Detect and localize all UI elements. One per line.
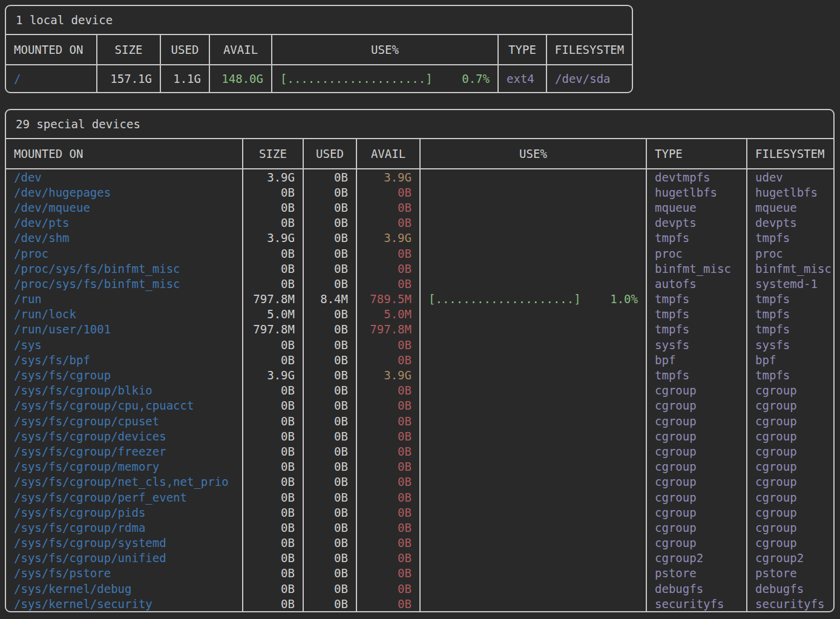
cell-avail: 0B	[356, 551, 419, 566]
cell-mounted-on: /sys/fs/cgroup	[6, 367, 242, 382]
cell-use-percent	[419, 459, 646, 474]
cell-use-percent	[419, 535, 646, 551]
cell-used: 0B	[303, 337, 356, 352]
cell-filesystem: cgroup	[746, 520, 833, 535]
cell-type: ext4	[497, 65, 546, 92]
cell-filesystem: proc	[746, 246, 833, 261]
cell-type: cgroup	[646, 459, 746, 474]
table-row: /proc/sys/fs/binfmt_misc 0B 0B 0B binfmt…	[6, 261, 833, 276]
cell-filesystem: pstore	[746, 566, 833, 581]
cell-type: mqueue	[646, 200, 746, 215]
cell-use-percent	[419, 474, 646, 490]
cell-use-percent	[419, 505, 646, 520]
cell-use-percent	[419, 231, 646, 246]
cell-used: 0B	[303, 276, 356, 291]
cell-use-percent	[419, 551, 646, 566]
cell-use-percent	[419, 169, 646, 185]
cell-size: 0B	[242, 459, 303, 474]
cell-avail: 0B	[356, 596, 419, 611]
cell-filesystem: tmpfs	[746, 367, 833, 382]
cell-filesystem: binfmt_misc	[746, 261, 833, 276]
cell-avail: 0B	[356, 352, 419, 367]
cell-type: cgroup2	[646, 551, 746, 566]
cell-use-percent	[419, 398, 646, 413]
cell-use-percent: [....................] 0.7%	[271, 65, 497, 92]
cell-use-percent	[419, 337, 646, 352]
cell-mounted-on: /sys/fs/bpf	[6, 352, 242, 367]
cell-use-percent	[419, 520, 646, 535]
cell-used: 0B	[303, 596, 356, 611]
table-row: /sys/fs/cgroup/rdma 0B 0B 0B cgroup cgro…	[6, 520, 833, 535]
cell-mounted-on: /dev/pts	[6, 215, 242, 231]
cell-mounted-on: /sys/fs/cgroup/net_cls,net_prio	[6, 474, 242, 490]
header-size: SIZE	[96, 35, 160, 64]
cell-used: 0B	[303, 413, 356, 428]
table-row: /sys/kernel/security 0B 0B 0B securityfs…	[6, 596, 833, 611]
cell-avail: 3.9G	[356, 367, 419, 382]
cell-avail: 0B	[356, 185, 419, 200]
cell-filesystem: devpts	[746, 215, 833, 231]
cell-filesystem: cgroup	[746, 459, 833, 474]
cell-avail: 148.0G	[209, 65, 271, 92]
cell-used: 0B	[303, 459, 356, 474]
cell-avail: 3.9G	[356, 231, 419, 246]
cell-used: 0B	[303, 566, 356, 581]
cell-used: 0B	[303, 261, 356, 276]
cell-mounted-on: /dev/mqueue	[6, 200, 242, 215]
cell-mounted-on: /dev/shm	[6, 231, 242, 246]
header-mounted-on: MOUNTED ON	[6, 35, 96, 64]
cell-avail: 0B	[356, 246, 419, 261]
cell-used: 0B	[303, 444, 356, 459]
table-row: /sys/fs/cgroup/blkio 0B 0B 0B cgroup cgr…	[6, 383, 833, 398]
cell-use-percent	[419, 322, 646, 337]
cell-filesystem: cgroup	[746, 444, 833, 459]
cell-size: 0B	[242, 520, 303, 535]
cell-size: 0B	[242, 474, 303, 490]
cell-use-percent	[419, 246, 646, 261]
cell-size: 0B	[242, 490, 303, 505]
cell-avail: 0B	[356, 428, 419, 444]
cell-avail: 0B	[356, 459, 419, 474]
cell-used: 0B	[303, 581, 356, 596]
table-row: /sys/fs/cgroup/pids 0B 0B 0B cgroup cgro…	[6, 505, 833, 520]
cell-filesystem: /dev/sda	[546, 65, 632, 92]
cell-size: 3.9G	[242, 231, 303, 246]
table-row: /sys/fs/cgroup/cpuset 0B 0B 0B cgroup cg…	[6, 413, 833, 428]
cell-filesystem: sysfs	[746, 337, 833, 352]
cell-size: 0B	[242, 276, 303, 291]
cell-type: cgroup	[646, 505, 746, 520]
cell-avail: 797.8M	[356, 322, 419, 337]
usage-bar: [....................]	[428, 292, 581, 306]
cell-size: 5.0M	[242, 307, 303, 322]
cell-mounted-on: /dev/hugepages	[6, 185, 242, 200]
special-devices-rows: /dev 3.9G 0B 3.9G devtmpfs udev /dev/hug…	[6, 169, 833, 611]
cell-filesystem: tmpfs	[746, 292, 833, 307]
cell-used: 0B	[303, 398, 356, 413]
cell-used: 0B	[303, 535, 356, 551]
cell-size: 157.1G	[96, 65, 160, 92]
table-row: / 157.1G 1.1G 148.0G [..................…	[6, 65, 632, 92]
cell-mounted-on: /sys/fs/cgroup/pids	[6, 505, 242, 520]
cell-size: 0B	[242, 261, 303, 276]
cell-mounted-on: /run/user/1001	[6, 322, 242, 337]
cell-filesystem: cgroup	[746, 398, 833, 413]
table-row: /proc 0B 0B 0B proc proc	[6, 246, 833, 261]
cell-avail: 0B	[356, 505, 419, 520]
cell-avail: 0B	[356, 215, 419, 231]
usage-percent-value: 0.7%	[462, 72, 490, 85]
cell-used: 0B	[303, 520, 356, 535]
cell-filesystem: securityfs	[746, 596, 833, 611]
cell-size: 0B	[242, 505, 303, 520]
cell-size: 0B	[242, 352, 303, 367]
cell-used: 0B	[303, 307, 356, 322]
cell-filesystem: cgroup2	[746, 551, 833, 566]
header-avail: AVAIL	[356, 139, 419, 168]
cell-mounted-on: /run/lock	[6, 307, 242, 322]
table-row: /sys 0B 0B 0B sysfs sysfs	[6, 337, 833, 352]
cell-filesystem: cgroup	[746, 413, 833, 428]
cell-type: securityfs	[646, 596, 746, 611]
cell-use-percent	[419, 200, 646, 215]
cell-used: 0B	[303, 246, 356, 261]
cell-type: devpts	[646, 215, 746, 231]
table-row: /run 797.8M 8.4M 789.5M [...............…	[6, 292, 833, 307]
